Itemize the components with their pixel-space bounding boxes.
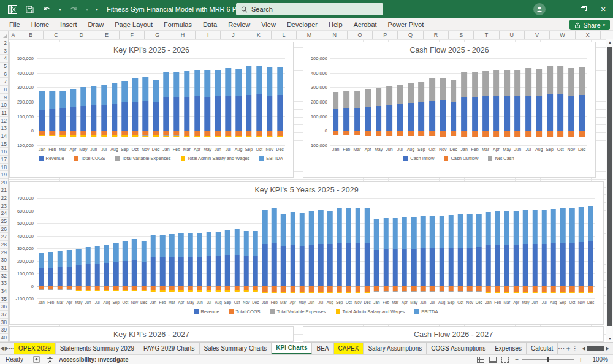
sheet-tab-expenses[interactable]: Expenses (490, 343, 527, 354)
column-header-C[interactable]: C (44, 31, 69, 39)
row-header-7[interactable]: 7 (0, 78, 8, 86)
ribbon-tab-file[interactable]: File (4, 18, 26, 31)
sheet-tab-salary-assumptions[interactable]: Salary Assumptions (364, 343, 427, 354)
select-all-corner[interactable] (0, 31, 9, 39)
sheet-tab-payg-2029-charts[interactable]: PAYG 2029 Charts (139, 343, 200, 354)
sheet-nav-right-icon[interactable]: ▶ (4, 343, 9, 354)
row-header-9[interactable]: 9 (0, 94, 8, 102)
restore-button[interactable] (574, 0, 593, 18)
row-header-12[interactable]: 12 (0, 117, 8, 125)
chart-cashflow-2026-2027[interactable]: Cash Flow 2026 - 2027 (303, 326, 604, 342)
row-header-26[interactable]: 26 (0, 226, 8, 233)
page-layout-view-icon[interactable] (489, 357, 497, 363)
ribbon-tab-insert[interactable]: Insert (55, 18, 83, 31)
row-header-3[interactable]: 3 (0, 47, 8, 55)
ribbon-tab-draw[interactable]: Draw (83, 18, 110, 31)
column-header-T[interactable]: T (474, 31, 499, 39)
row-header-35[interactable]: 35 (0, 295, 8, 303)
sheet-tab-statements-summary-2029[interactable]: Statements Summary 2029 (56, 343, 139, 354)
ribbon-tab-help[interactable]: Help (323, 18, 348, 31)
row-header-36[interactable]: 36 (0, 303, 8, 311)
ribbon-tab-review[interactable]: Review (223, 18, 256, 31)
row-header-18[interactable]: 18 (0, 164, 8, 172)
column-header-V[interactable]: V (525, 31, 550, 39)
sheet-tab-cogs-assumptions[interactable]: COGS Assumptions (427, 343, 490, 354)
column-header-P[interactable]: P (373, 31, 398, 39)
zoom-slider-thumb[interactable] (547, 357, 549, 362)
row-header-23[interactable]: 23 (0, 202, 8, 210)
row-header-40[interactable]: 40 (0, 334, 8, 342)
horizontal-scrollbar[interactable]: ◀ ▶ (578, 343, 613, 354)
row-header-38[interactable]: 38 (0, 319, 8, 327)
ribbon-tab-page-layout[interactable]: Page Layout (109, 18, 158, 31)
column-header-D[interactable]: D (69, 31, 94, 39)
grid-area[interactable]: Key KPI's 2025 - 2026500,000400,000300,0… (9, 39, 606, 342)
ribbon-tab-formulas[interactable]: Formulas (158, 18, 197, 31)
minimize-button[interactable]: — (554, 0, 574, 18)
row-header-34[interactable]: 34 (0, 287, 8, 295)
column-header-W[interactable]: W (550, 31, 575, 39)
row-header-5[interactable]: 5 (0, 63, 8, 70)
chart-kpi-5years[interactable]: Key KPI's 5 Years 2025 - 2029700,000600,… (9, 181, 604, 325)
column-header-F[interactable]: F (120, 31, 145, 39)
row-header-2[interactable]: 2 (0, 39, 8, 47)
column-header-K[interactable]: K (246, 31, 272, 39)
macro-record-icon[interactable] (32, 356, 42, 363)
add-sheet-icon[interactable]: ＋ (565, 343, 571, 354)
column-header-N[interactable]: N (322, 31, 348, 39)
column-header-U[interactable]: U (500, 31, 525, 39)
status-accessibility[interactable]: Accessibility: Investigate (59, 356, 129, 363)
row-header-8[interactable]: 8 (0, 86, 8, 94)
row-header-19[interactable]: 19 (0, 171, 8, 179)
column-header-O[interactable]: O (348, 31, 373, 39)
column-header-H[interactable]: H (170, 31, 196, 39)
save-icon[interactable] (22, 2, 37, 16)
ribbon-tab-developer[interactable]: Developer (281, 18, 323, 31)
ribbon-tab-view[interactable]: View (256, 18, 281, 31)
hscroll-left-icon[interactable]: ◀ (582, 346, 585, 351)
row-header-39[interactable]: 39 (0, 326, 8, 334)
undo-icon[interactable] (39, 2, 54, 16)
row-header-13[interactable]: 13 (0, 124, 8, 132)
zoom-in-icon[interactable]: ＋ (577, 355, 584, 364)
row-header-10[interactable]: 10 (0, 101, 8, 109)
row-header-6[interactable]: 6 (0, 70, 8, 78)
row-header-24[interactable]: 24 (0, 210, 8, 218)
row-header-15[interactable]: 15 (0, 140, 8, 148)
ribbon-tab-acrobat[interactable]: Acrobat (348, 18, 383, 31)
row-header-30[interactable]: 30 (0, 256, 8, 264)
sheet-tab-kpi-charts[interactable]: KPI Charts (272, 343, 312, 354)
row-header-31[interactable]: 31 (0, 264, 8, 272)
chart-cashflow-2025-2026[interactable]: Cash Flow 2025 - 2026500,000400,000300,0… (303, 42, 596, 178)
row-header-37[interactable]: 37 (0, 311, 8, 319)
row-header-28[interactable]: 28 (0, 241, 8, 249)
row-header-25[interactable]: 25 (0, 218, 8, 226)
zoom-slider[interactable] (522, 359, 574, 360)
sheet-nav-left-icon[interactable]: ◀ (0, 343, 4, 354)
row-header-4[interactable]: 4 (0, 55, 8, 63)
zoom-level[interactable]: 100% (590, 356, 608, 363)
scroll-down-icon[interactable]: ▼ (606, 337, 613, 341)
row-header-17[interactable]: 17 (0, 156, 8, 164)
column-header-A[interactable]: A (9, 31, 18, 39)
undo-dropdown-caret[interactable]: ▾ (56, 7, 64, 12)
tabstrip-menu-icon[interactable]: ⋮ (571, 343, 578, 354)
ribbon-tab-data[interactable]: Data (197, 18, 223, 31)
sheet-tab-capex[interactable]: CAPEX (334, 343, 364, 354)
horizontal-scroll-thumb[interactable] (587, 346, 604, 351)
row-header-20[interactable]: 20 (0, 179, 8, 187)
column-header-M[interactable]: M (297, 31, 322, 39)
vertical-scroll-thumb[interactable] (607, 47, 612, 326)
sheet-tab-calculat[interactable]: Calculat (527, 343, 558, 354)
row-header-16[interactable]: 16 (0, 148, 8, 156)
accessibility-icon[interactable] (45, 356, 55, 363)
column-header-L[interactable]: L (272, 31, 297, 39)
column-header-E[interactable]: E (94, 31, 120, 39)
close-button[interactable]: ✕ (593, 0, 613, 18)
row-header-33[interactable]: 33 (0, 279, 8, 287)
scroll-up-icon[interactable]: ▲ (606, 40, 613, 44)
sheet-tab-bea[interactable]: BEA (312, 343, 333, 354)
column-header-B[interactable]: B (18, 31, 44, 39)
row-header-32[interactable]: 32 (0, 272, 8, 280)
normal-view-icon[interactable] (477, 357, 484, 363)
